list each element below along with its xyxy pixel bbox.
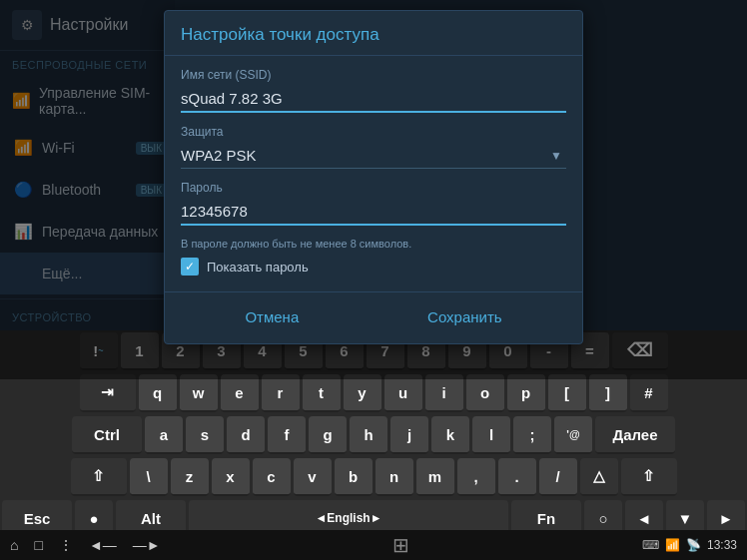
key-g[interactable]: g [309,416,347,454]
key-comma[interactable]: , [457,458,495,496]
cancel-button[interactable]: Отмена [225,304,319,329]
key-w[interactable]: w [180,374,218,412]
nav-vol-down-icon[interactable]: ◄— [89,537,117,553]
key-shift-right[interactable]: ⇧ [621,458,677,496]
key-hash[interactable]: # [630,374,668,412]
modal-buttons: Отмена Сохранить [165,291,582,343]
nav-left: ⌂ □ ⋮ ◄— —► [10,537,161,553]
password-label: Пароль [181,181,566,195]
key-l[interactable]: l [472,416,510,454]
modal-overlay: Настройка точки доступа Имя сети (SSID) … [0,0,747,379]
security-select[interactable]: WPA2 PSK WPA PSK Open [181,143,566,169]
key-o[interactable]: o [466,374,504,412]
nav-menu-icon[interactable]: ⋮ [59,537,73,553]
show-password-row: ✓ Показать пароль [181,258,566,276]
security-select-container: WPA2 PSK WPA PSK Open ▼ [181,143,566,169]
key-v[interactable]: v [294,458,332,496]
key-tab[interactable]: ⇥ [80,374,136,412]
chevron-down-icon: ▼ [550,149,562,163]
key-q[interactable]: q [139,374,177,412]
key-x[interactable]: x [212,458,250,496]
key-up-arrow[interactable]: △ [580,458,618,496]
nav-back-icon[interactable]: ⌂ [10,537,18,553]
key-a[interactable]: a [145,416,183,454]
language-label: ◄ [315,511,327,525]
save-button[interactable]: Сохранить [407,304,522,329]
key-d[interactable]: d [227,416,265,454]
key-e[interactable]: e [221,374,259,412]
key-semicolon[interactable]: ; [513,416,551,454]
key-backslash[interactable]: \ [130,458,168,496]
key-u[interactable]: u [384,374,422,412]
password-hint: В пароле должно быть не менее 8 символов… [181,238,566,250]
time-display: 13:33 [707,538,737,552]
key-b[interactable]: b [335,458,373,496]
key-quote[interactable]: '@ [554,416,592,454]
key-lbracket[interactable]: [ [548,374,586,412]
keyboard-row-3: Ctrl a s d f g h j k l ; '@ Далее [0,414,747,456]
key-r[interactable]: r [262,374,300,412]
language-text: English [327,511,370,525]
key-y[interactable]: y [344,374,381,412]
signal-icon: 📡 [686,538,701,552]
security-label: Защита [181,125,566,139]
ssid-label: Имя сети (SSID) [181,68,566,82]
key-shift-left[interactable]: ⇧ [71,458,127,496]
show-password-checkbox[interactable]: ✓ [181,258,199,276]
show-password-label: Показать пароль [207,260,309,275]
nav-home-icon[interactable]: □ [34,537,42,553]
key-p[interactable]: p [507,374,545,412]
wifi-status-icon: 📶 [665,538,680,552]
nav-bar: ⌂ □ ⋮ ◄— —► ⊞ ⌨ 📶 📡 13:33 [0,530,747,560]
keyboard-icon: ⌨ [642,538,659,552]
ssid-input[interactable] [181,86,566,113]
keyboard-row-4: ⇧ \ z x c v b n m , . / △ ⇧ [0,456,747,498]
password-input[interactable] [181,199,566,226]
modal-body: Имя сети (SSID) Защита WPA2 PSK WPA PSK … [165,56,582,291]
key-slash[interactable]: / [539,458,577,496]
key-f[interactable]: f [268,416,306,454]
key-s[interactable]: s [186,416,224,454]
key-i[interactable]: i [425,374,463,412]
key-z[interactable]: z [171,458,209,496]
key-m[interactable]: m [416,458,454,496]
enter-key[interactable]: Далее [595,416,675,454]
nav-vol-up-icon[interactable]: —► [133,537,161,553]
key-c[interactable]: c [253,458,291,496]
key-period[interactable]: . [498,458,536,496]
key-ctrl[interactable]: Ctrl [72,416,142,454]
key-n[interactable]: n [375,458,413,496]
key-k[interactable]: k [431,416,469,454]
key-j[interactable]: j [390,416,428,454]
hotspot-modal: Настройка точки доступа Имя сети (SSID) … [164,10,583,344]
key-rbracket[interactable]: ] [589,374,627,412]
nav-center-icon[interactable]: ⊞ [392,533,409,557]
modal-title: Настройка точки доступа [165,11,582,56]
key-h[interactable]: h [350,416,387,454]
key-t[interactable]: t [303,374,341,412]
nav-right: ⌨ 📶 📡 13:33 [642,538,737,552]
